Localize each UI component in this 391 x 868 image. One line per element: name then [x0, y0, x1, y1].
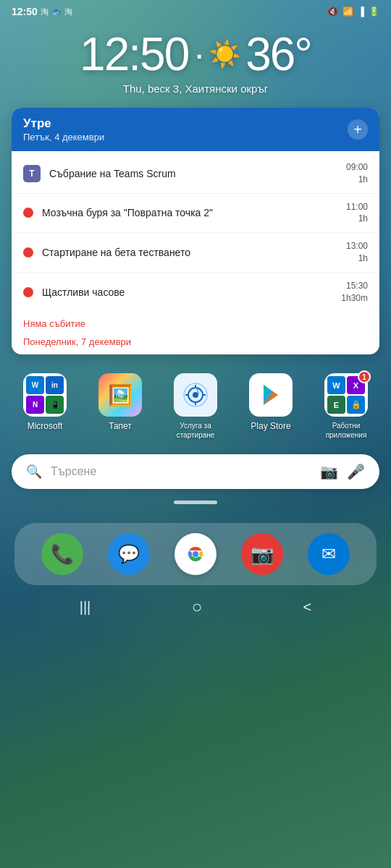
- chrome-icon: [185, 543, 206, 565]
- camera-search-icon[interactable]: 📷: [320, 463, 338, 480]
- event-time: 11:00 1h: [346, 201, 368, 226]
- app-label-start-service: Услуга за стартиране: [163, 421, 228, 440]
- search-bar[interactable]: 🔍 Търсене 📷 🎤: [12, 454, 379, 489]
- svg-point-2: [193, 392, 198, 398]
- event-time: 13:00 1h: [346, 240, 368, 265]
- event-row: Щастливи часове 15:30 1h30m: [12, 273, 379, 312]
- status-icon-taobao1: 淘: [41, 7, 49, 17]
- svg-marker-3: [264, 385, 278, 405]
- calendar-header-date: Петък, 4 декември: [23, 132, 104, 142]
- calendar-events: T Събрание на Teams Scrum 09:00 1h Мозъч…: [12, 151, 379, 314]
- event-name: Щастливи часове: [42, 286, 332, 298]
- search-icon: 🔍: [26, 464, 42, 480]
- calendar-widget: Утре Петък, 4 декември + T Събрание на T…: [12, 108, 379, 354]
- start-service-icon: [174, 373, 217, 417]
- app-microsoft[interactable]: W in N 📱 Microsoft: [12, 373, 77, 440]
- dock-camera-button[interactable]: 📷: [241, 533, 283, 575]
- app-start-service[interactable]: Услуга за стартиране: [163, 373, 228, 440]
- event-name: Събрание на Teams Scrum: [49, 168, 337, 179]
- app-grid: W in N 📱 Microsoft 🖼️ Тапет: [0, 362, 391, 447]
- microsoft-icon: W in N 📱: [23, 373, 67, 417]
- signal-icon: ▐: [358, 7, 364, 17]
- work-app-3-icon: E: [327, 396, 345, 414]
- event-dot-icon: [23, 287, 33, 297]
- microphone-icon[interactable]: 🎤: [347, 463, 365, 480]
- dock-phone-button[interactable]: 📞: [41, 533, 83, 575]
- ms-word-icon: W: [26, 376, 44, 394]
- no-event-label: Няма събитие: [12, 314, 379, 333]
- ms-linkedin-icon: in: [46, 376, 64, 394]
- mute-icon: 🔇: [327, 7, 338, 17]
- app-label-microsoft: Microsoft: [28, 421, 63, 433]
- work-app-4-icon: 🔒: [347, 396, 365, 414]
- play-store-icon-wrap: [249, 373, 293, 417]
- wifi-icon: 📶: [342, 7, 353, 17]
- dock-outlook-button[interactable]: ✉: [308, 533, 350, 575]
- home-pill: [174, 501, 217, 504]
- next-day-label: Понеделник, 7 декември: [12, 333, 379, 354]
- home-indicator: [0, 496, 391, 509]
- work-app-1-icon: W: [327, 376, 345, 394]
- event-time: 15:30 1h30m: [341, 280, 368, 305]
- search-placeholder: Търсене: [51, 465, 311, 478]
- messages-icon: 💬: [118, 544, 140, 564]
- work-apps-icon-wrap: W X E 🔒 1: [324, 373, 368, 417]
- ms-other-icon: 📱: [46, 396, 64, 414]
- spacer: [0, 509, 391, 523]
- event-row: Стартиране на бета тестването 13:00 1h: [12, 233, 379, 273]
- event-name: Мозъчна буря за "Повратна точка 2": [42, 207, 337, 218]
- home-button[interactable]: ○: [192, 597, 203, 617]
- status-icon-taobao3: 淘: [64, 7, 72, 17]
- event-row: Мозъчна буря за "Повратна точка 2" 11:00…: [12, 194, 379, 234]
- app-label-play-store: Play Store: [251, 421, 290, 433]
- tapeta-icon: 🖼️: [98, 373, 142, 417]
- date-location: Thu, becк 3, Хаитянски окръг: [0, 82, 391, 95]
- calendar-add-button[interactable]: +: [348, 119, 368, 140]
- status-right: 🔇 📶 ▐ 🔋: [327, 7, 379, 17]
- event-time: 09:00 1h: [346, 161, 368, 186]
- temperature: 36°: [245, 27, 311, 81]
- back-button[interactable]: <: [303, 599, 312, 616]
- clock-time: 12:50: [80, 27, 188, 81]
- event-dot-icon: [23, 247, 33, 258]
- play-store-icon: [249, 373, 293, 417]
- dock: 📞 💬 📷 ✉: [14, 523, 377, 585]
- dock-chrome-button[interactable]: [175, 533, 216, 575]
- status-icon-taobao2: 🐟: [51, 7, 62, 17]
- event-dot-icon: [23, 208, 33, 218]
- recent-apps-button[interactable]: |||: [80, 599, 91, 616]
- ms-onenote-icon: N: [26, 396, 44, 414]
- clock-separator: ·: [194, 36, 203, 72]
- teams-icon: T: [23, 165, 41, 182]
- sun-icon: ☀️: [209, 39, 240, 69]
- start-service-icon-wrap: [174, 373, 217, 417]
- app-tapeta[interactable]: 🖼️ Тапет: [88, 373, 153, 440]
- microsoft-icon-wrap: W in N 📱: [23, 373, 67, 417]
- status-left: 12:50 淘 🐟 淘: [12, 6, 72, 17]
- calendar-header: Утре Петък, 4 декември +: [12, 108, 379, 151]
- calendar-header-left: Утре Петък, 4 декември: [23, 116, 104, 142]
- clock-weather: 12:50 · ☀️ 36° Thu, becк 3, Хаитянски ок…: [0, 20, 391, 101]
- event-row: T Събрание на Teams Scrum 09:00 1h: [12, 154, 379, 194]
- app-work-apps[interactable]: W X E 🔒 1 Работни приложения: [314, 373, 379, 440]
- nav-bar: ||| ○ <: [0, 585, 391, 629]
- dock-messages-button[interactable]: 💬: [108, 533, 150, 575]
- outlook-icon: ✉: [321, 544, 336, 564]
- time-display: 12:50: [12, 6, 38, 17]
- app-play-store[interactable]: Play Store: [238, 373, 303, 440]
- app-label-tapeta: Тапет: [109, 421, 132, 433]
- status-bar: 12:50 淘 🐟 淘 🔇 📶 ▐ 🔋: [0, 0, 391, 20]
- event-name: Стартиране на бета тестването: [42, 247, 337, 258]
- calendar-title: Утре: [23, 116, 104, 131]
- tapeta-icon-wrap: 🖼️: [98, 373, 142, 417]
- svg-point-6: [193, 551, 198, 557]
- phone-icon: 📞: [51, 543, 74, 566]
- app-label-work-apps: Работни приложения: [314, 421, 379, 440]
- work-apps-badge: 1: [358, 370, 371, 383]
- battery-icon: 🔋: [369, 7, 379, 17]
- camera-icon: 📷: [251, 543, 274, 566]
